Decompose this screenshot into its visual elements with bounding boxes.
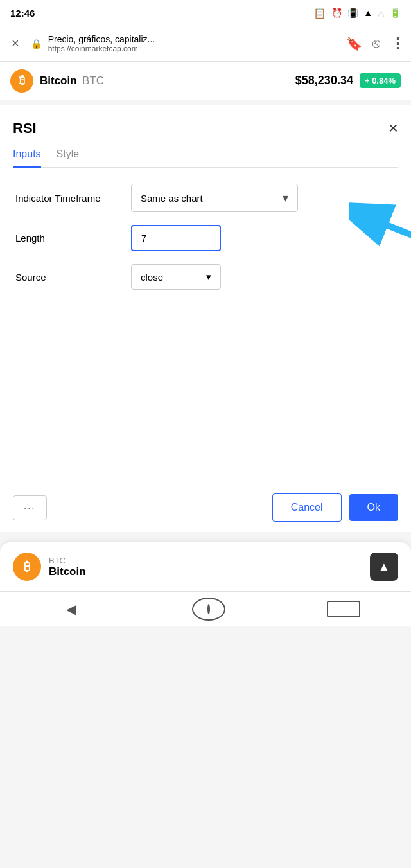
coin-right: $58,230.34 + 0.84% bbox=[295, 73, 401, 88]
rsi-title: RSI bbox=[13, 120, 37, 137]
btc-scroll-button[interactable]: ▲ bbox=[370, 553, 398, 581]
cancel-button[interactable]: Cancel bbox=[272, 493, 342, 522]
btc-card-left: ₿ BTC Bitcoin bbox=[13, 553, 86, 581]
source-control: close ▾ bbox=[131, 264, 396, 290]
browser-bar: × 🔒 Precio, gráficos, capitaliz... https… bbox=[0, 26, 411, 62]
length-row: Length bbox=[13, 225, 398, 251]
nav-home-icon bbox=[207, 604, 210, 614]
btc-info: BTC Bitcoin bbox=[49, 556, 86, 578]
clipboard-icon: 📋 bbox=[313, 7, 326, 19]
spacer bbox=[0, 303, 411, 483]
ok-button[interactable]: Ok bbox=[349, 494, 398, 521]
rsi-panel: RSI × Inputs Style Indicator Timeframe S… bbox=[0, 105, 411, 290]
signal-icon: △ bbox=[378, 8, 385, 18]
nav-square-button[interactable] bbox=[327, 601, 360, 617]
timeframe-value: Same as chart bbox=[141, 193, 203, 204]
bottom-actions: ··· Cancel Ok bbox=[0, 483, 411, 532]
rsi-header: RSI × bbox=[13, 118, 398, 138]
alarm-icon: ⏰ bbox=[331, 8, 342, 18]
wifi-icon: ▲ bbox=[363, 8, 372, 18]
tab-inputs[interactable]: Inputs bbox=[13, 148, 41, 168]
nav-bar: ◀ bbox=[0, 591, 411, 626]
source-select[interactable]: close ▾ bbox=[131, 264, 221, 290]
timeframe-select[interactable]: Same as chart ▾ bbox=[131, 184, 298, 212]
coin-symbol: BTC bbox=[82, 75, 104, 87]
browser-title: Precio, gráficos, capitaliz... bbox=[48, 34, 340, 44]
tab-style[interactable]: Style bbox=[57, 148, 80, 168]
coin-change-badge: + 0.84% bbox=[360, 73, 401, 88]
status-time: 12:46 bbox=[10, 8, 35, 19]
btc-name: Bitcoin bbox=[49, 565, 86, 578]
vibrate-icon: 📳 bbox=[347, 8, 358, 18]
browser-url: https://coinmarketcap.com bbox=[48, 44, 340, 53]
btc-symbol: BTC bbox=[49, 556, 86, 565]
browser-url-area: Precio, gráficos, capitaliz... https://c… bbox=[48, 34, 340, 53]
rsi-panel-container: RSI × Inputs Style Indicator Timeframe S… bbox=[0, 105, 411, 532]
timeframe-row: Indicator Timeframe Same as chart ▾ bbox=[13, 184, 398, 212]
lock-icon: 🔒 bbox=[31, 39, 42, 49]
source-chevron: ▾ bbox=[206, 271, 211, 283]
coin-header: ₿ Bitcoin BTC $58,230.34 + 0.84% bbox=[0, 62, 411, 100]
length-control bbox=[131, 225, 221, 251]
nav-back-button[interactable]: ◀ bbox=[51, 596, 91, 622]
coin-name: Bitcoin bbox=[40, 75, 77, 87]
length-label: Length bbox=[15, 233, 131, 244]
coin-name-group: Bitcoin BTC bbox=[40, 75, 104, 87]
rsi-close-button[interactable]: × bbox=[389, 118, 398, 138]
scroll-up-icon: ▲ bbox=[378, 560, 390, 574]
browser-close-button[interactable]: × bbox=[6, 33, 24, 53]
timeframe-chevron: ▾ bbox=[283, 191, 288, 205]
timeframe-control: Same as chart ▾ bbox=[131, 184, 396, 212]
tabs-row: Inputs Style bbox=[13, 148, 398, 168]
more-button[interactable]: ··· bbox=[13, 495, 47, 520]
timeframe-label: Indicator Timeframe bbox=[15, 193, 131, 204]
coin-price: $58,230.34 bbox=[295, 74, 353, 87]
status-bar: 12:46 📋 ⏰ 📳 ▲ △ 🔋 bbox=[0, 0, 411, 26]
length-input[interactable] bbox=[131, 225, 221, 251]
coin-left: ₿ Bitcoin BTC bbox=[10, 69, 104, 93]
share-icon[interactable]: ⎋ bbox=[372, 36, 380, 51]
source-row: Source close ▾ bbox=[13, 264, 398, 290]
battery-icon: 🔋 bbox=[390, 8, 401, 18]
more-options-icon[interactable]: ⋮ bbox=[390, 35, 405, 52]
status-icons: 📋 ⏰ 📳 ▲ △ 🔋 bbox=[313, 7, 401, 19]
bookmark-icon[interactable]: 🔖 bbox=[346, 36, 362, 51]
source-value: close bbox=[141, 272, 163, 283]
btc-logo: ₿ bbox=[13, 553, 41, 581]
source-label: Source bbox=[15, 272, 131, 283]
coin-logo: ₿ bbox=[10, 69, 33, 93]
nav-home-button[interactable] bbox=[192, 598, 225, 621]
browser-actions: 🔖 ⎋ ⋮ bbox=[346, 35, 405, 52]
btc-card: ₿ BTC Bitcoin ▲ bbox=[0, 542, 411, 591]
